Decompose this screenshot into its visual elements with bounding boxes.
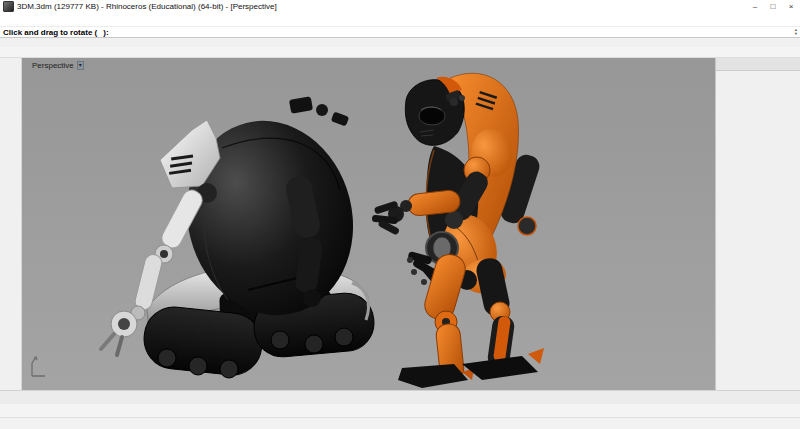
rhino-app-icon xyxy=(3,1,14,12)
properties-panel xyxy=(715,58,800,390)
command-history-spinner[interactable]: ▴ ▾ xyxy=(795,28,800,36)
command-bar[interactable]: Click and drag to rotate ( ): ▴ ▾ xyxy=(0,26,800,38)
window-controls: – □ × xyxy=(746,0,800,13)
viewport-menu-arrow-icon[interactable]: ▾ xyxy=(77,61,84,70)
panel-tab-bar xyxy=(716,58,800,71)
close-button[interactable]: × xyxy=(782,0,800,13)
viewport-tabs xyxy=(0,390,800,404)
menu-bar xyxy=(0,13,800,26)
main-area: Perspective ▾ xyxy=(0,58,800,390)
robot-tracked[interactable] xyxy=(101,96,376,378)
viewport-perspective[interactable]: Perspective ▾ xyxy=(22,58,715,390)
osnap-bar xyxy=(0,404,800,417)
cplane-axis-icon xyxy=(32,357,45,376)
viewport-3d-scene[interactable] xyxy=(22,58,715,390)
window-titlebar: 3DM.3dm (129777 KB) - Rhinoceros (Educat… xyxy=(0,0,800,13)
command-prompt-suffix: ): xyxy=(103,28,108,37)
panel-body xyxy=(716,71,800,390)
toolbar-tab-bar xyxy=(0,38,800,47)
window-title: 3DM.3dm (129777 KB) - Rhinoceros (Educat… xyxy=(17,2,277,11)
robot-humanoid-orange[interactable] xyxy=(372,73,544,388)
maximize-button[interactable]: □ xyxy=(764,0,782,13)
left-toolbar xyxy=(0,58,22,390)
status-bar xyxy=(0,417,800,429)
rhino-application-window: 3DM.3dm (129777 KB) - Rhinoceros (Educat… xyxy=(0,0,800,429)
minimize-button[interactable]: – xyxy=(746,0,764,13)
standard-toolbar xyxy=(0,47,800,58)
spinner-down-icon[interactable]: ▾ xyxy=(795,32,797,36)
command-prompt-text: Click and drag to rotate ( xyxy=(3,28,97,37)
viewport-title-label: Perspective xyxy=(32,61,74,70)
viewport-title-bar[interactable]: Perspective ▾ xyxy=(32,61,84,70)
